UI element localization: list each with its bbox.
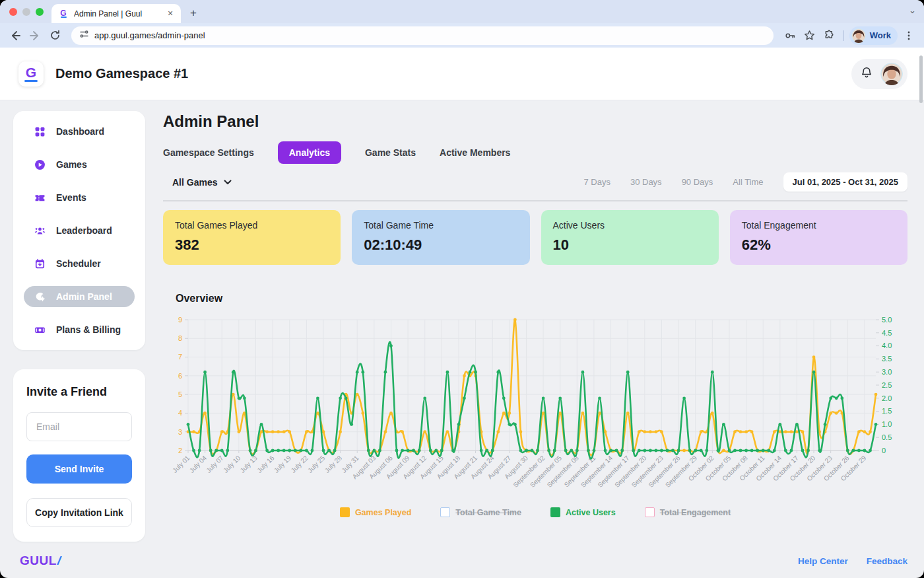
svg-text:4.5: 4.5 <box>882 329 892 337</box>
browser-menu-kebab-icon[interactable] <box>900 27 917 44</box>
legend-swatch <box>440 507 450 517</box>
sidebar-item-events[interactable]: Events <box>13 181 145 214</box>
tab-close-icon[interactable]: × <box>165 9 176 19</box>
browser-window: G Admin Panel | Guul × + ⌄ app.guul.game… <box>0 0 924 578</box>
legend-label: Games Played <box>355 508 411 517</box>
svg-text:4.0: 4.0 <box>882 342 892 349</box>
tab-active-members[interactable]: Active Members <box>440 147 510 158</box>
browser-tab-strip: G Admin Panel | Guul × + ⌄ <box>0 0 924 23</box>
sidebar-item-label: Leaderboard <box>56 225 112 236</box>
games-icon <box>34 159 46 170</box>
sidebar-item-label: Games <box>56 159 87 170</box>
sidebar-item-admin-panel[interactable]: Admin Panel <box>13 280 145 313</box>
range-30-days[interactable]: 30 Days <box>630 177 662 187</box>
back-button[interactable] <box>7 27 24 44</box>
site-settings-icon[interactable] <box>79 29 89 42</box>
svg-text:9: 9 <box>178 316 182 324</box>
svg-text:4: 4 <box>178 409 182 417</box>
sidebar-item-dashboard[interactable]: Dashboard <box>13 115 145 148</box>
admin-panel-icon <box>34 291 46 303</box>
svg-text:8: 8 <box>178 334 182 342</box>
svg-text:6: 6 <box>178 372 182 380</box>
sidebar-item-games[interactable]: Games <box>13 148 145 181</box>
browser-profile-chip[interactable]: Work <box>849 26 898 45</box>
leaderboard-icon <box>34 225 46 236</box>
url-bar[interactable]: app.guul.games/admin-panel <box>71 26 774 45</box>
new-tab-button[interactable]: + <box>185 5 202 22</box>
svg-text:July 28: July 28 <box>323 454 343 474</box>
svg-text:July 10: July 10 <box>222 454 242 474</box>
profile-label: Work <box>870 30 891 40</box>
overview-line-chart: 2345678900.51.01.52.02.53.03.54.04.55.0J… <box>163 310 908 503</box>
stat-label: Total Game Time <box>364 220 517 231</box>
svg-text:0: 0 <box>882 447 886 454</box>
tab-game-stats[interactable]: Game Stats <box>365 147 416 158</box>
zoom-window-button[interactable] <box>36 8 44 16</box>
sidebar-item-scheduler[interactable]: Scheduler <box>13 247 145 280</box>
notifications-bell-icon[interactable] <box>859 65 874 83</box>
footer-link-help-center[interactable]: Help Center <box>798 556 848 566</box>
svg-text:5: 5 <box>178 390 182 398</box>
filter-row: All Games 7 Days30 Days90 DaysAll TimeJu… <box>163 172 908 201</box>
admin-tabs: Gamespace SettingsAnalyticsGame StatsAct… <box>163 141 908 164</box>
svg-text:0.5: 0.5 <box>882 433 892 441</box>
svg-text:July 13: July 13 <box>239 454 259 474</box>
stat-card-total-game-time: Total Game Time02:10:49 <box>352 210 529 265</box>
tab-gamespace-settings[interactable]: Gamespace Settings <box>163 147 254 158</box>
legend-item-total-engagement[interactable]: Total Engagement <box>645 507 731 517</box>
url-text: app.guul.games/admin-panel <box>94 30 205 40</box>
legend-item-active-users[interactable]: Active Users <box>550 507 616 517</box>
sidebar-item-label: Plans & Billing <box>56 324 121 335</box>
tab-title: Admin Panel | Guul <box>74 9 160 18</box>
reload-button[interactable] <box>46 27 63 44</box>
tab-search-chevron-icon[interactable]: ⌄ <box>909 5 916 15</box>
svg-text:1.5: 1.5 <box>882 407 892 415</box>
stat-value: 02:10:49 <box>364 236 517 254</box>
extensions-puzzle-icon[interactable] <box>821 27 838 44</box>
sidebar-item-leaderboard[interactable]: Leaderboard <box>13 214 145 247</box>
sidebar-nav: DashboardGamesEventsLeaderboardScheduler… <box>13 111 145 350</box>
scrollbar-thumb[interactable] <box>919 55 923 103</box>
stat-value: 382 <box>175 236 329 254</box>
close-window-button[interactable] <box>9 8 17 16</box>
minimize-window-button[interactable] <box>22 8 30 16</box>
date-range-picker[interactable]: Jul 01, 2025 - Oct 31, 2025 <box>783 172 908 192</box>
legend-label: Total Game Time <box>455 508 521 517</box>
svg-text:July 19: July 19 <box>273 454 292 474</box>
invite-title: Invite a Friend <box>26 385 132 399</box>
bookmark-star-icon[interactable] <box>801 27 818 44</box>
guul-logo-icon[interactable]: G <box>18 61 44 87</box>
tab-analytics[interactable]: Analytics <box>278 141 341 164</box>
plans-billing-icon <box>34 324 46 336</box>
invite-email-input[interactable] <box>26 412 132 441</box>
svg-text:July 01: July 01 <box>171 454 191 474</box>
stat-label: Total Engagement <box>742 220 896 231</box>
legend-swatch <box>550 507 560 517</box>
legend-item-total-game-time[interactable]: Total Game Time <box>440 507 521 517</box>
footer-link-feedback[interactable]: Feedback <box>867 556 908 566</box>
copy-invitation-link-button[interactable]: Copy Invitation Link <box>26 498 132 527</box>
forward-button[interactable] <box>26 27 44 44</box>
user-avatar[interactable] <box>880 63 903 85</box>
svg-text:July 07: July 07 <box>205 454 224 474</box>
send-invite-button[interactable]: Send Invite <box>26 454 132 484</box>
legend-item-games-played[interactable]: Games Played <box>340 507 411 517</box>
sidebar-item-label: Admin Panel <box>56 291 112 302</box>
password-key-icon[interactable] <box>781 27 799 44</box>
dashboard-icon <box>34 126 46 137</box>
range-7-days[interactable]: 7 Days <box>583 177 610 187</box>
overview-title: Overview <box>163 293 908 305</box>
stat-card-total-engagement: Total Engagement62% <box>730 210 908 265</box>
browser-tab[interactable]: G Admin Panel | Guul × <box>51 4 181 23</box>
stat-value: 10 <box>553 236 707 254</box>
legend-swatch <box>340 507 350 517</box>
stat-label: Active Users <box>553 220 707 231</box>
svg-text:July 25: July 25 <box>306 454 326 474</box>
overview-chart: 2345678900.51.01.52.02.53.03.54.04.55.0J… <box>163 310 908 506</box>
stat-label: Total Games Played <box>175 220 329 231</box>
range-all-time[interactable]: All Time <box>733 177 763 187</box>
stat-card-active-users: Active Users10 <box>541 210 719 265</box>
range-90-days[interactable]: 90 Days <box>682 177 713 187</box>
sidebar-item-plans-billing[interactable]: Plans & Billing <box>13 313 145 346</box>
game-filter-dropdown[interactable]: All Games <box>163 177 232 188</box>
